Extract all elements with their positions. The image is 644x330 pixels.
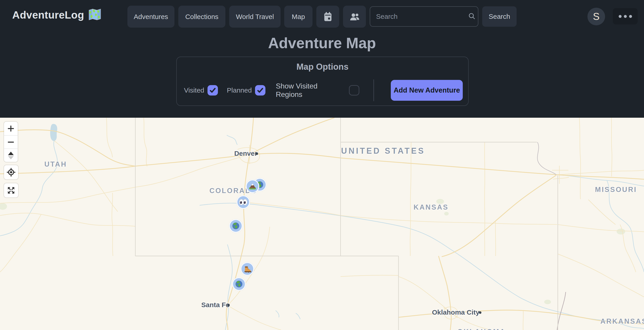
users-icon <box>350 12 360 22</box>
nav-world-travel[interactable]: World Travel <box>229 6 280 28</box>
toggle-label-show-visited-regions: Show Visited Regions <box>276 82 341 99</box>
users-button[interactable] <box>343 6 366 28</box>
calendar-icon <box>323 12 333 22</box>
city-label-denver: Denver <box>234 150 257 157</box>
nav-map[interactable]: Map <box>284 6 312 28</box>
map-options-row: VisitedPlannedShow Visited Regions Add N… <box>184 78 463 103</box>
nav-adventures[interactable]: Adventures <box>128 6 174 28</box>
turnpike-road <box>557 292 566 330</box>
state-label-arkansas: ARKANSAS <box>600 317 644 326</box>
checkbox-planned[interactable] <box>255 85 266 96</box>
adventure-marker-eyes[interactable] <box>236 195 250 209</box>
state-label-utah: UTAH <box>44 160 67 168</box>
options-divider <box>373 80 374 101</box>
search-icon <box>468 12 481 21</box>
zoom-in-button[interactable] <box>4 122 18 135</box>
world-map-emoji-icon <box>88 8 101 21</box>
city-dot-santa-fe <box>228 304 230 306</box>
add-new-adventure-button[interactable]: Add New Adventure <box>391 80 463 101</box>
ellipsis-icon <box>619 15 622 18</box>
country-label-united-states: UNITED STATES <box>341 146 425 156</box>
page-title: Adventure Map <box>0 34 644 52</box>
adventure-marker-boot[interactable] <box>240 262 254 276</box>
overflow-menu-button[interactable] <box>613 8 638 24</box>
eyes-emoji-icon <box>238 198 248 207</box>
state-label-missouri: MISSOURI <box>595 186 637 194</box>
park-areas <box>0 199 625 304</box>
city-dot-oklahoma-city <box>479 312 482 314</box>
adventure-marker-globe[interactable] <box>229 219 242 233</box>
search-bar <box>370 6 478 27</box>
boot-emoji-icon <box>242 264 252 274</box>
adventure-map[interactable]: UNITED STATESUTAHCOLORADOKANSASMISSOURIA… <box>0 118 644 330</box>
minor-roads-layer <box>0 118 644 330</box>
zoom-control-group <box>4 122 18 162</box>
zoom-out-button[interactable] <box>4 135 18 148</box>
app-logo-text: AdventureLog <box>12 9 84 21</box>
checkbox-visited[interactable] <box>208 85 218 96</box>
major-roads-layer <box>0 118 644 330</box>
lake-shape <box>50 124 57 141</box>
state-label-kansas: KANSAS <box>414 203 449 212</box>
search-button[interactable]: Search <box>482 6 516 27</box>
adventure-marker-mountain[interactable] <box>246 180 259 193</box>
search-input[interactable] <box>370 13 468 20</box>
avatar[interactable]: S <box>588 8 605 25</box>
globe-emoji-icon <box>231 221 240 230</box>
toggles: VisitedPlannedShow Visited Regions <box>184 82 359 99</box>
pitch-toggle-button[interactable] <box>4 148 18 162</box>
state-label-oklahoma: OKLAHOMA <box>457 328 506 330</box>
map-options-title: Map Options <box>177 62 468 72</box>
toggle-label-visited: Visited <box>184 86 204 94</box>
top-navbar: AdventureLog AdventuresCollectionsWorld … <box>0 0 644 33</box>
map-options-card: Map Options VisitedPlannedShow Visited R… <box>176 56 469 106</box>
globe-emoji-icon <box>234 280 244 288</box>
adventurelog-app: AdventureLog AdventuresCollectionsWorld … <box>0 0 644 330</box>
city-label-santa-fe: Santa Fe <box>201 301 230 309</box>
mountain-emoji-icon <box>248 182 257 191</box>
geolocate-button[interactable] <box>4 165 18 179</box>
map-base-layer <box>0 118 644 330</box>
adventure-marker-globe[interactable] <box>232 277 246 291</box>
nav-collections[interactable]: Collections <box>178 6 226 28</box>
river-border <box>538 142 556 175</box>
checkbox-show-visited-regions[interactable] <box>349 85 359 96</box>
app-logo[interactable]: AdventureLog <box>12 8 101 21</box>
fullscreen-button[interactable] <box>4 183 18 197</box>
city-dot-denver <box>256 152 258 155</box>
calendar-button[interactable] <box>316 6 339 28</box>
toggle-label-planned: Planned <box>227 86 252 94</box>
city-label-oklahoma-city: Oklahoma City <box>432 308 480 316</box>
